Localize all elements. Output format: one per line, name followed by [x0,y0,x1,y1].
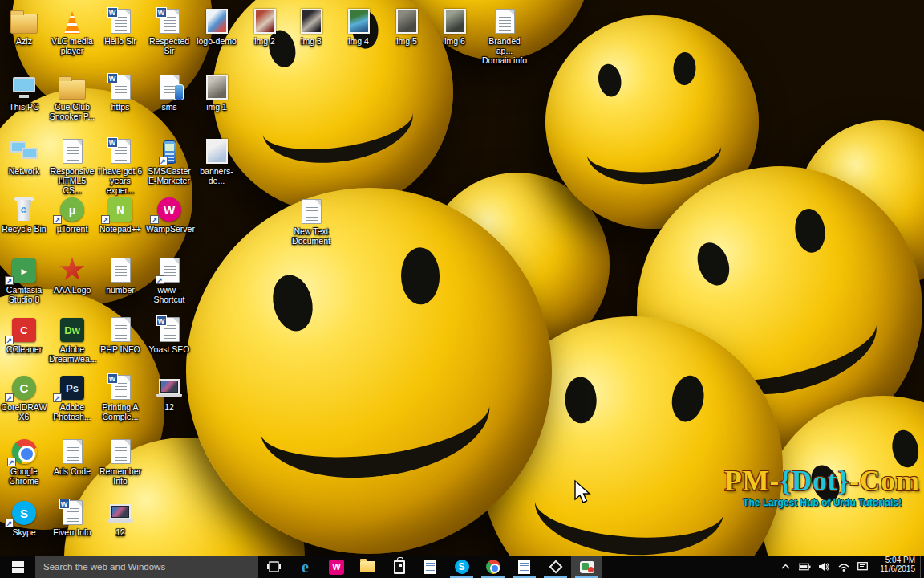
desktop-icon-aaa-logo[interactable]: ↗AAA Logo [49,255,95,295]
document-icon [63,439,83,464]
desktop-icon-laptop-12-b[interactable]: 12 [97,498,144,537]
desktop-icon-number[interactable]: number [97,255,144,295]
folder-icon [10,14,38,34]
desktop-icon-img-3[interactable]: img 3 [288,6,334,46]
network-icon [10,140,38,164]
clock-time: 5:04 PM [880,556,915,564]
sms-document-icon [160,75,180,100]
desktop-icon-banners-de[interactable]: banners-de... [193,136,240,185]
desktop-icon-label: 12 [146,402,192,412]
desktop-icon-label: Skype [1,527,47,537]
star-logo-icon: ↗ [59,257,85,283]
desktop-icon-smscaster-emarketer[interactable]: ↗SMSCaster E-Marketer [146,136,192,185]
taskbar-button-file-explorer[interactable] [352,556,383,578]
watermark-subtitle: The Largest Hub of Urdu Tutorials! [722,497,922,508]
desktop-icon-ccleaner[interactable]: C↗CCleaner [1,315,47,354]
app-tile-icon: Ps↗ [60,376,84,400]
tray-battery-icon[interactable] [799,561,811,572]
tray-volume-icon[interactable] [818,561,830,572]
desktop-icon-sms[interactable]: sms [146,72,192,112]
desktop-icon-label: Responsive HTML5 CS... [49,166,95,195]
desktop-icon-responsive-html5[interactable]: Responsive HTML5 CS... [49,136,95,195]
desktop-icon-laptop-12-a[interactable]: 12 [146,372,192,412]
desktop-icon-label: µTorrent [49,224,95,234]
taskbar-button-skype[interactable]: S [446,556,477,578]
wampserver-icon: W [329,560,344,575]
taskbar-button-wampserver[interactable]: W [321,556,352,578]
desktop-icon-skype[interactable]: S↗Skype [1,498,47,537]
desktop-icon-img-5[interactable]: img 5 [383,6,430,46]
desktop-icon-fiverr-info[interactable]: WFiverr Info [49,498,95,537]
taskbar-button-edge[interactable]: e [290,556,321,578]
desktop-icon-label: Notepad++ [97,224,144,234]
desktop-icon-cue-club-snooker[interactable]: Cue Club Snooker P... [49,72,95,121]
desktop-icon-logo-demo[interactable]: logo-demo [193,6,240,46]
word-document-icon: W [160,317,180,342]
desktop-icon-adobe-photoshop[interactable]: Ps↗Adobe Photosh... [49,372,95,421]
desktop-icon-https[interactable]: Whttps [97,72,144,112]
desktop-icon-network[interactable]: Network [1,136,47,176]
taskbar-button-task-view[interactable] [258,556,290,578]
desktop-icon-img-2[interactable]: img 2 [241,6,288,46]
desktop-icon-www-shortcut[interactable]: ↗www - Shortcut [146,255,192,304]
show-desktop-button[interactable] [920,556,924,578]
chrome-icon [486,560,500,574]
desktop-icon-this-pc[interactable]: This PC [1,72,47,112]
word-badge-icon: W [107,7,118,18]
desktop-icon-google-chrome[interactable]: ↗Google Chrome [1,437,47,486]
desktop-icon-coreldraw-x6[interactable]: C↗CorelDRAW X6 [1,372,47,421]
desktop-icon-printing-a-complete[interactable]: WPrinting A Comple... [97,372,144,421]
desktop-icon-vlc-media-player[interactable]: ↗VLC media player [49,6,95,55]
desktop-icon-label: Aziz [1,36,47,46]
taskbar-button-word[interactable] [415,556,446,578]
desktop-icon-adobe-dreamweaver[interactable]: DwAdobe Dreamwea... [49,315,95,364]
document-icon [302,199,322,224]
desktop-icon-wampserver[interactable]: W↗WampServer [146,194,192,234]
taskbar-button-notepad[interactable] [509,556,540,578]
windows-logo-icon [12,561,24,573]
clock[interactable]: 5:04 PM 11/6/2015 [875,556,920,578]
desktop-icon-img-1[interactable]: img 1 [193,72,240,112]
desktop-icon-notepad-plus-plus[interactable]: N↗Notepad++ [97,194,144,234]
taskbar-button-store[interactable] [383,556,415,578]
edge-icon: e [302,559,309,575]
desktop-icon-respected-sir[interactable]: WRespected Sir [146,6,192,55]
desktop-icon-label: i have got 6 years exper... [97,166,144,195]
taskbar-button-camtasia-recorder[interactable] [571,556,602,578]
tray-network-icon[interactable] [837,561,849,572]
desktop-icon-php-info[interactable]: PHP INFO [97,315,144,354]
taskbar-button-camtasia-studio[interactable] [540,556,571,578]
desktop-icon-label: Printing A Comple... [97,402,144,421]
word-badge-icon: W [59,499,70,509]
desktop-icon-utorrent[interactable]: µ↗µTorrent [49,194,95,234]
desktop-icon-camtasia-studio-8[interactable]: ▸↗Camtasia Studio 8 [1,255,47,304]
desktop-icon-ads-code[interactable]: Ads Code [49,437,95,476]
desktop-icon-hello-sir[interactable]: WHello Sir [97,6,144,46]
desktop-icon-i-have-got-6-years[interactable]: Wi have got 6 years exper... [97,136,144,195]
desktop-icon-label: sms [146,102,192,112]
desktop-icon-label: Adobe Dreamwea... [49,344,95,364]
desktop-icon-label: Hello Sir [97,36,144,46]
desktop-icon-img-6[interactable]: img 6 [432,6,478,46]
tray-chevron-up-icon[interactable] [780,561,792,572]
search-input[interactable]: Search the web and Windows [35,556,258,578]
taskbar-empty-area [602,556,773,578]
laptop-photo-icon [107,504,133,525]
document-app-icon [518,560,530,574]
desktop-icon-new-text-document[interactable]: New Text Document [288,197,334,246]
desktop-icon-branded-ap-domain-info[interactable]: Branded ap... Domain info [481,6,528,65]
photo-thumbnail-icon [206,9,228,34]
photo-thumbnail-icon [254,9,276,34]
tray-action-center-icon[interactable] [857,561,869,572]
app-tile-icon: ▸↗ [12,258,36,283]
desktop-icon-yoast-seo[interactable]: WYoast SEO [146,315,192,354]
taskbar-button-chrome[interactable] [477,556,509,578]
document-icon [111,258,131,283]
start-button[interactable] [0,556,35,578]
desktop-icon-img-4[interactable]: img 4 [335,6,382,46]
desktop-icon-label: 12 [97,527,144,537]
desktop-icon-recycle-bin[interactable]: ♻Recycle Bin [1,194,47,234]
system-tray [773,556,875,578]
desktop-icon-aziz[interactable]: Aziz [1,6,47,46]
desktop-icon-remember-info[interactable]: Remember Info [97,437,144,486]
